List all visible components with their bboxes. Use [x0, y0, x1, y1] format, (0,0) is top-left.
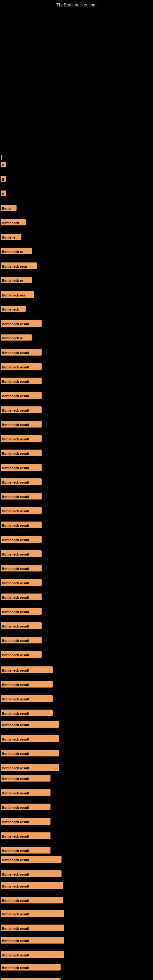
bottleneck-result-label: Bottleneck result — [1, 964, 61, 970]
bottleneck-result-label: Bottlene — [1, 234, 21, 240]
bottleneck-result-label: Bottleneck result — [1, 764, 59, 771]
bottleneck-result-label: Bottleneck result — [1, 735, 59, 742]
bottleneck-result-label: Bottleneck result — [1, 406, 41, 413]
bottleneck-result-label: Bottleneck result — [1, 507, 41, 514]
bottleneck-result-label: Bottleneck result — [1, 818, 51, 825]
bottleneck-result-label: Bottleneck result — [1, 870, 62, 877]
bottleneck-result-label: Bottleneck result — [1, 579, 41, 586]
bottleneck-result-label: B — [1, 176, 6, 181]
bottleneck-result-label: Bottleneck result — [1, 608, 41, 615]
bottleneck-result-label: Bottleneck result — [1, 421, 41, 428]
bottleneck-result-label: Bottleneck — [1, 305, 26, 312]
bottleneck-result-label: Bottleneck result — [1, 478, 41, 485]
bottleneck-result-label: Bottleneck result — [1, 522, 41, 528]
bottleneck-result-label: Bottleneck result — [1, 897, 63, 904]
bottleneck-result-label: Bottleneck result — [1, 320, 41, 327]
bottleneck-result-label: Bottleneck result — [1, 349, 41, 356]
bottleneck-result-label: Bottleneck result — [1, 789, 51, 796]
bottleneck-result-label: Bottleneck result — [1, 882, 63, 889]
bottleneck-result-label: Bottleneck result — [1, 493, 41, 500]
bottleneck-result-label: Bottleneck result — [1, 803, 51, 810]
bottleneck-result-label: B — [1, 191, 6, 196]
bottleneck-result-label: Bottleneck result — [1, 464, 41, 471]
bottleneck-result-label: Bottleneck result — [1, 856, 62, 863]
bottleneck-result-label: Bottleneck result — [1, 378, 41, 384]
bottleneck-result-label: Bottleneck result — [1, 978, 61, 980]
bottleneck-result-label: B — [1, 162, 6, 167]
bottleneck-result-label: Bottleneck result — [1, 775, 51, 781]
bottleneck-result-label: Bottleneck result — [1, 622, 41, 629]
bottleneck-result-label: Bottleneck result — [1, 681, 53, 687]
bottleneck-result-label: Bottleneck result — [1, 667, 53, 673]
bottleneck-result-label: Bottleneck result — [1, 435, 41, 442]
bottleneck-result-label: Bottleneck — [1, 219, 26, 225]
bottleneck-result-label: Bottleneck result — [1, 847, 51, 854]
bottleneck-result-label: Bottleneck result — [1, 695, 53, 702]
bottleneck-result-label: Bottle — [1, 205, 16, 211]
bottleneck-result-label: Bottleneck result — [1, 910, 64, 917]
bottleneck-result-label: Bottleneck result — [1, 637, 41, 643]
bottleneck-result-label: Bottleneck result — [1, 651, 41, 658]
bottleneck-result-label: Bottleneck re — [1, 248, 32, 254]
bottleneck-result-label: Bottleneck result — [1, 392, 41, 399]
bottleneck-result-label: Bottleneck re — [1, 334, 32, 340]
cursor-indicator: | — [1, 155, 2, 160]
bottleneck-result-label: Bottleneck result — [1, 832, 51, 839]
bottleneck-result-label: Bottleneck result — [1, 593, 41, 600]
bottleneck-result-label: Bottleneck result — [1, 565, 41, 571]
site-title: TheBottlenecker.com — [56, 2, 97, 7]
bottleneck-result-label: Bottleneck result — [1, 550, 41, 557]
bottleneck-result-label: Bottleneck result — [1, 750, 59, 756]
bottleneck-result-label: Bottleneck result — [1, 721, 59, 728]
bottleneck-result-label: Bottleneck res — [1, 291, 34, 298]
bottleneck-result-label: Bottleneck result — [1, 924, 64, 931]
bottleneck-result-label: Bottleneck resu — [1, 262, 37, 269]
bottleneck-result-label: Bottleneck result — [1, 536, 41, 542]
bottleneck-result-label: Bottleneck result — [1, 937, 64, 943]
bottleneck-result-label: Bottleneck re — [1, 277, 32, 283]
bottleneck-result-label: Bottleneck result — [1, 951, 64, 958]
bottleneck-result-label: Bottleneck result — [1, 450, 41, 456]
bottleneck-result-label: Bottleneck result — [1, 710, 53, 716]
bottleneck-result-label: Bottleneck result — [1, 363, 41, 370]
